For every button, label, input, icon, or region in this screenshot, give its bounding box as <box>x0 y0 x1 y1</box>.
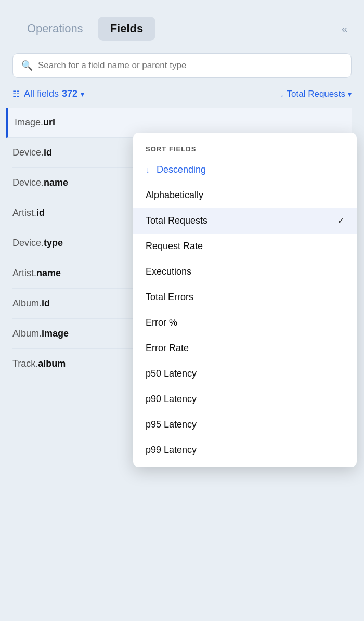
field-name: name <box>44 177 68 188</box>
sort-option-label: p99 Latency <box>146 445 197 456</box>
sort-option-p50-latency[interactable]: p50 Latency <box>133 361 357 386</box>
field-prefix: Device. <box>12 177 44 188</box>
sort-option-label: Alphabetically <box>146 190 203 201</box>
header: Operations Fields « <box>0 0 364 53</box>
sort-button[interactable]: ↓ Total Requests ▾ <box>280 89 352 99</box>
sort-option-label: Error % <box>146 317 177 328</box>
sort-option-error-rate[interactable]: Error Rate <box>133 335 357 361</box>
search-input[interactable] <box>38 60 343 71</box>
sort-option-request-rate[interactable]: Request Rate <box>133 234 357 259</box>
tab-fields[interactable]: Fields <box>98 17 156 41</box>
sort-option-label: Request Rate <box>146 241 203 252</box>
field-prefix: Album. <box>12 328 42 339</box>
field-name: type <box>44 238 63 248</box>
sort-arrow-icon: ↓ <box>280 89 284 99</box>
sort-option-total-requests[interactable]: Total Requests ✓ <box>133 208 357 234</box>
sort-option-alphabetically[interactable]: Alphabetically <box>133 183 357 208</box>
sort-option-executions[interactable]: Executions <box>133 259 357 284</box>
sort-option-label: Executions <box>146 266 191 277</box>
field-prefix: Album. <box>12 298 42 308</box>
sort-option-label: Descending <box>157 164 206 175</box>
all-fields-button[interactable]: All fields 372 ▾ <box>24 88 84 99</box>
filter-icon: ☷ <box>12 89 20 99</box>
search-bar: 🔍 <box>12 53 352 78</box>
field-name: url <box>43 117 55 127</box>
field-name: id <box>36 208 45 218</box>
collapse-icon[interactable]: « <box>342 23 347 35</box>
check-icon: ✓ <box>337 216 344 226</box>
sort-option-label: p90 Latency <box>146 394 197 405</box>
all-fields-label: All fields <box>24 88 59 99</box>
main-content: Image.url Device.id Device.name Artist.i… <box>0 108 364 379</box>
field-prefix: Artist. <box>12 208 36 218</box>
sort-option-p90-latency[interactable]: p90 Latency <box>133 386 357 412</box>
sort-option-label: Error Rate <box>146 343 189 354</box>
field-name: id <box>44 147 52 158</box>
field-name: album <box>38 358 66 369</box>
all-fields-count: 372 <box>62 88 77 99</box>
field-name: name <box>36 268 61 278</box>
field-name: id <box>42 298 50 308</box>
sort-option-label: Total Requests <box>146 215 207 226</box>
search-icon: 🔍 <box>21 60 33 71</box>
field-prefix: Device. <box>12 147 44 158</box>
sort-option-label: Total Errors <box>146 292 193 303</box>
sort-option-error-percent[interactable]: Error % <box>133 310 357 335</box>
sort-option-p99-latency[interactable]: p99 Latency <box>133 437 357 463</box>
field-name: image <box>42 328 69 339</box>
field-prefix: Artist. <box>12 268 36 278</box>
field-prefix: Track. <box>12 358 38 369</box>
dropdown-header: SORT FIELDS <box>133 137 357 157</box>
sort-option-label: p95 Latency <box>146 419 197 430</box>
field-prefix: Image. <box>15 117 43 127</box>
all-fields-chevron: ▾ <box>81 90 84 98</box>
sort-option-p95-latency[interactable]: p95 Latency <box>133 412 357 437</box>
tab-operations[interactable]: Operations <box>17 17 94 41</box>
sort-option-label: p50 Latency <box>146 368 197 379</box>
descending-arrow-icon: ↓ <box>146 165 150 174</box>
sort-chevron: ▾ <box>348 90 352 98</box>
sort-dropdown: SORT FIELDS ↓ Descending Alphabetically … <box>133 133 357 467</box>
field-prefix: Device. <box>12 238 44 248</box>
sort-option-total-errors[interactable]: Total Errors <box>133 284 357 310</box>
sort-option-descending[interactable]: ↓ Descending <box>133 157 357 183</box>
filter-bar: ☷ All fields 372 ▾ ↓ Total Requests ▾ <box>0 88 364 108</box>
sort-label: Total Requests <box>287 89 345 99</box>
